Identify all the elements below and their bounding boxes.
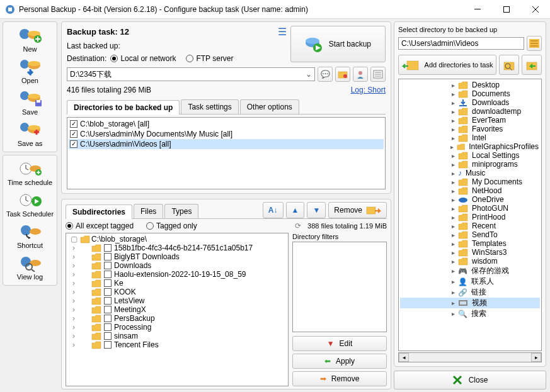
source-tree-node[interactable]: ▸My Documents (400, 177, 540, 186)
source-tree-node[interactable]: ▸Intel (400, 133, 540, 142)
dest-ftp-radio[interactable]: FTP server (186, 54, 233, 63)
directory-row[interactable]: C:\Users\admin\Videos [all] (69, 139, 384, 149)
checkbox-icon[interactable] (104, 253, 112, 260)
tree-node[interactable]: ›Tencent Files (67, 340, 287, 349)
all-except-radio[interactable]: All except tagged (66, 221, 134, 230)
path-input[interactable] (398, 37, 524, 50)
expand-icon[interactable]: ▸ (449, 214, 457, 221)
expand-icon[interactable]: ▸ (449, 289, 457, 296)
destination-combo[interactable]: D:\2345下载 ⌄ (67, 67, 315, 81)
start-backup-button[interactable]: Start backup (290, 26, 386, 62)
expand-icon[interactable]: ▸ (449, 108, 457, 115)
refresh-icon[interactable]: ⟳ (295, 221, 301, 230)
directory-list[interactable]: C:\blob_storage\ [all] C:\Users\admin\My… (67, 117, 386, 189)
source-tree-node[interactable]: ▸🔍搜索 (400, 308, 540, 319)
source-tree-node[interactable]: ▸NetHood (400, 186, 540, 195)
checkbox-icon[interactable] (104, 244, 112, 252)
source-tree-node[interactable]: ▸miniprograms (400, 160, 540, 169)
expand-icon[interactable]: ▸ (449, 126, 457, 133)
tree-node[interactable]: ›Downloads (67, 261, 287, 270)
options-button[interactable] (370, 67, 386, 82)
source-tree-node[interactable]: ▸🎮保存的游戏 (400, 266, 540, 276)
tree-node[interactable]: ›BiglyBT Downloads (67, 252, 287, 261)
expand-icon[interactable]: ▸ (449, 188, 457, 194)
tree-node[interactable]: ›Ke (67, 279, 287, 288)
directory-row[interactable]: C:\Users\admin\My Documents\My Music [al… (69, 129, 384, 139)
close-window-button[interactable] (521, 0, 550, 19)
expand-icon[interactable]: ▸ (449, 117, 457, 124)
filter-edit-button[interactable]: ▼Edit (292, 336, 387, 351)
time-schedule-button[interactable]: Time schedule (4, 158, 55, 188)
subdir-tree[interactable]: ▢C:\blob_storage\›158b1fbc-4fc3-44c6-b21… (66, 233, 289, 386)
source-tree-node[interactable]: ▸👤联系人 (400, 276, 540, 287)
expand-icon[interactable]: ▸ (449, 135, 457, 142)
expand-icon[interactable]: ▸ (449, 223, 457, 230)
source-tree-node[interactable]: ▸downloadtemp (400, 107, 540, 116)
checkbox-icon[interactable] (104, 315, 112, 322)
checkbox-icon[interactable] (70, 130, 77, 138)
expand-icon[interactable]: ▸ (449, 267, 457, 274)
tab-other-options[interactable]: Other options (240, 99, 299, 114)
source-tree-node[interactable]: ▸SendTo (400, 230, 540, 239)
dest-local-radio[interactable]: Local or network (110, 54, 176, 63)
remove-dir-button[interactable]: Remove (328, 202, 387, 218)
source-tree-node[interactable]: ▸IntelGraphicsProfiles (400, 142, 540, 151)
source-tree[interactable]: ▸Desktop▸Documents▸Downloads▸downloadtem… (398, 79, 542, 351)
tab-files[interactable]: Files (134, 204, 163, 218)
checkbox-icon[interactable] (104, 279, 112, 287)
expand-icon[interactable]: ▸ (449, 99, 457, 106)
tree-node[interactable]: ›KOOK (67, 288, 287, 296)
expand-icon[interactable]: ▸ (449, 170, 457, 177)
preview-button[interactable] (499, 55, 519, 75)
source-tree-node[interactable]: ▸PrintHood (400, 213, 540, 221)
tagged-only-radio[interactable]: Tagged only (146, 221, 197, 230)
expand-icon[interactable]: ▸ (449, 310, 457, 317)
filter-apply-button[interactable]: ⬅Apply (292, 354, 387, 369)
checkbox-icon[interactable] (104, 323, 112, 331)
expand-icon[interactable]: ▸ (449, 152, 457, 159)
expand-icon[interactable]: ▸ (449, 196, 457, 203)
sort-button[interactable]: A↓ (263, 202, 284, 218)
expand-icon[interactable]: ▸ (449, 300, 457, 306)
save-as-button[interactable]: Save as (4, 119, 55, 149)
tree-node[interactable]: ›LetsView (67, 296, 287, 305)
tree-node[interactable]: ›PersBackup (67, 314, 287, 323)
add-single-button[interactable] (522, 55, 542, 75)
log-link[interactable]: Log: Short (351, 86, 386, 94)
source-tree-node[interactable]: ▸wisdom (400, 257, 540, 266)
open-button[interactable]: Open (4, 56, 55, 86)
expand-icon[interactable]: ▸ (449, 258, 457, 265)
expand-icon[interactable]: ▸ (449, 143, 455, 150)
source-tree-node[interactable]: ▸Templates (400, 239, 540, 248)
source-tree-node[interactable]: ▸Local Settings (400, 151, 540, 160)
browse-button[interactable]: 💬 (318, 67, 333, 82)
source-tree-node[interactable]: ▸OneDrive (400, 195, 540, 204)
tree-node[interactable]: ›158b1fbc-4fc3-44c6-b214-7651c1a05b17 (67, 244, 287, 252)
expand-icon[interactable]: ▸ (449, 161, 457, 168)
source-tree-node[interactable]: ▸PhotoGUN (400, 204, 540, 213)
expand-icon[interactable]: ▸ (449, 232, 457, 238)
path-options-button[interactable] (527, 36, 542, 51)
move-down-button[interactable]: ▼ (307, 202, 326, 218)
tree-node[interactable]: ›MeetingX (67, 305, 287, 314)
expand-icon[interactable]: ▸ (449, 82, 457, 89)
source-tree-node[interactable]: ▸♪Music (400, 169, 540, 177)
user-button[interactable] (353, 67, 368, 82)
tab-subdirectories[interactable]: Subdirectories (66, 204, 132, 219)
tab-directories[interactable]: Directories to be backed up (67, 100, 180, 115)
expand-icon[interactable]: ▸ (449, 240, 457, 247)
checkbox-icon[interactable] (70, 140, 77, 148)
checkbox-icon[interactable] (104, 262, 112, 269)
directory-row[interactable]: C:\blob_storage\ [all] (69, 119, 384, 129)
checkbox-icon[interactable] (104, 332, 112, 340)
checkbox-icon[interactable] (104, 306, 112, 313)
expand-icon[interactable]: ▸ (449, 91, 457, 98)
tab-types[interactable]: Types (164, 204, 198, 218)
close-button[interactable]: Close (394, 371, 546, 389)
expand-icon[interactable]: ▸ (449, 179, 457, 186)
tree-node[interactable]: ›Processing (67, 323, 287, 332)
source-tree-node[interactable]: ▸WinStars3 (400, 248, 540, 257)
source-tree-node[interactable]: ▸Desktop (400, 81, 540, 89)
tab-task-settings[interactable]: Task settings (181, 99, 238, 114)
filter-list[interactable] (292, 242, 387, 332)
